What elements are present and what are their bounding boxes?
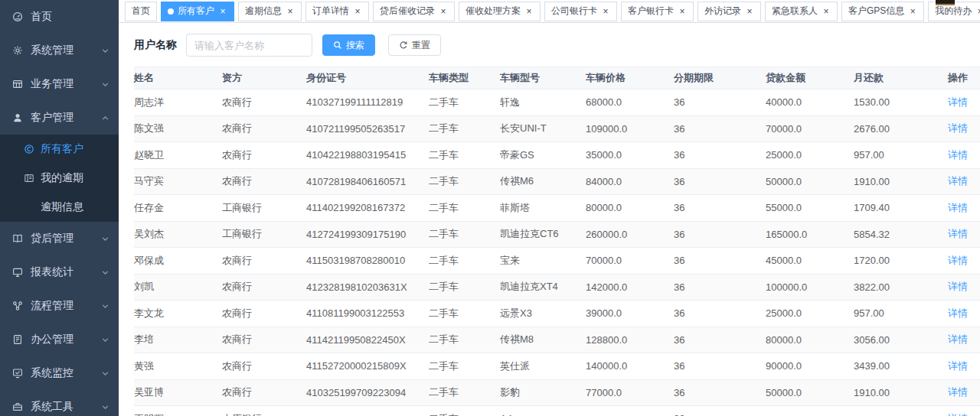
tab-home[interactable]: 首页 — [125, 2, 157, 21]
cell-price: 70000.0 — [586, 255, 674, 266]
tab-all-customers[interactable]: 所有客户× — [161, 2, 234, 21]
sidebar-item-report-statistics[interactable]: 报表统计 — [0, 255, 119, 289]
sidebar-item-label: 业务管理 — [31, 77, 74, 91]
close-icon[interactable]: × — [524, 7, 534, 16]
close-icon[interactable]: × — [286, 7, 295, 16]
tab-customer-bank-card[interactable]: 客户银行卡× — [621, 2, 694, 21]
cell-actions: 详情 — [946, 227, 980, 241]
tab-customer-gps[interactable]: 客户GPS信息× — [841, 2, 924, 21]
cell-loan: 40000.0 — [766, 96, 854, 108]
cell-funder: 农商行 — [222, 254, 306, 268]
cell-id_no: 41142119950822450X — [306, 334, 429, 346]
detail-link[interactable]: 详情 — [948, 281, 968, 292]
tab-visit-records[interactable]: 外访记录× — [697, 2, 761, 21]
detail-link[interactable]: 详情 — [948, 228, 968, 239]
detail-link[interactable]: 详情 — [948, 122, 968, 134]
sidebar-item-home[interactable]: 首页 — [0, 0, 119, 34]
close-icon[interactable]: × — [439, 7, 448, 16]
cell-funder: 农商行 — [222, 307, 306, 320]
cell-monthly: 957.00 — [854, 307, 946, 319]
cell-id_no: 412724199309175190 — [306, 229, 429, 240]
cell-id_no: 41232819810203631X — [306, 281, 429, 293]
tab-label: 客户GPS信息 — [848, 5, 904, 18]
sidebar-item-label: 流程管理 — [31, 299, 74, 313]
cell-price: 80000.0 — [586, 202, 674, 213]
cell-name: 吴亚博 — [134, 385, 222, 399]
cell-term: 36 — [674, 360, 766, 372]
sidebar-item-label: 系统管理 — [31, 44, 74, 57]
close-icon[interactable]: × — [353, 7, 362, 16]
cell-funder: 农商行 — [222, 385, 306, 399]
detail-link[interactable]: 详情 — [948, 175, 968, 187]
cell-price: 260000.0 — [586, 229, 674, 240]
detail-link[interactable]: 详情 — [948, 149, 968, 161]
table-row: 黄强农商行41152720000215809X二手车英仕派140000.0369… — [134, 353, 980, 380]
sidebar-item-office-management[interactable]: 办公管理 — [0, 323, 119, 356]
customers-table: 姓名资方身份证号车辆类型车辆型号车辆价格分期期限贷款金额月还款操作 周志洋农商行… — [119, 67, 980, 416]
cell-funder: 农商行 — [222, 359, 306, 373]
sidebar-item-loan-management[interactable]: 贷后管理 — [0, 222, 119, 255]
detail-link[interactable]: 详情 — [948, 333, 968, 345]
close-icon[interactable]: × — [745, 7, 754, 16]
close-icon[interactable]: × — [822, 7, 831, 16]
cell-actions: 详情 — [946, 333, 980, 346]
detail-link[interactable]: 详情 — [948, 413, 968, 416]
sidebar-item-business-management[interactable]: 业务管理 — [0, 67, 119, 101]
chevron-down-icon — [101, 235, 109, 243]
cell-loan: 25000.0 — [766, 149, 854, 161]
detail-link[interactable]: 详情 — [948, 202, 968, 213]
detail-link[interactable]: 详情 — [948, 255, 968, 266]
sidebar-item-my-overdue[interactable]: 我的逾期 — [0, 164, 119, 193]
cell-name: 赵晓卫 — [134, 148, 222, 162]
close-icon[interactable]: × — [601, 7, 610, 16]
avatar[interactable] — [936, 0, 955, 5]
close-icon[interactable]: × — [678, 7, 687, 16]
cell-vehicle_type: 二手车 — [429, 385, 500, 399]
reset-button[interactable]: 重置 — [388, 34, 441, 56]
cell-funder: 工商银行 — [222, 227, 306, 241]
cell-name: 李文龙 — [134, 307, 222, 320]
tab-collection-records[interactable]: 贷后催收记录× — [373, 2, 455, 21]
sidebar-item-customer-management[interactable]: 客户管理 — [0, 101, 119, 135]
cell-actions: 详情 — [946, 254, 980, 268]
cell-id_no: 411402199208167372 — [306, 202, 429, 213]
tab-order-detail[interactable]: 订单详情× — [305, 2, 369, 21]
sidebar-item-label: 贷后管理 — [31, 232, 74, 245]
sidebar-item-system-monitor[interactable]: 系统监控 — [0, 356, 119, 390]
detail-link[interactable]: 详情 — [948, 386, 968, 398]
detail-link[interactable]: 详情 — [948, 96, 968, 108]
customer-management-submenu: 所有客户我的逾期逾期信息 — [0, 135, 119, 222]
cell-loan: 55000.0 — [766, 202, 854, 213]
sidebar-item-overdue-info[interactable]: 逾期信息 — [0, 193, 119, 222]
cell-model: 宝来 — [500, 254, 586, 268]
table-row: 李文龙农商行411081199003122553二手车远景X339000.036… — [134, 301, 980, 327]
close-icon[interactable]: × — [218, 7, 227, 16]
cell-name: 邓保成 — [134, 254, 222, 268]
sidebar-item-system-tools[interactable]: 系统工具 — [0, 390, 119, 416]
search-button-label: 搜索 — [346, 39, 364, 52]
cell-vehicle_type: 二手车 — [429, 280, 500, 294]
monitor-icon — [12, 267, 23, 278]
tab-emergency-contacts[interactable]: 紧急联系人× — [765, 2, 838, 21]
tab-label: 我的待办 — [935, 5, 972, 18]
column-header: 操作 — [946, 71, 980, 85]
cell-loan: 80000.0 — [766, 334, 854, 346]
close-icon[interactable]: × — [975, 7, 980, 16]
chevron-down-icon — [101, 302, 109, 310]
cell-vehicle_type: 二手车 — [429, 201, 500, 215]
sidebar-item-system-management[interactable]: 系统管理 — [0, 34, 119, 67]
sidebar-item-process-management[interactable]: 流程管理 — [0, 289, 119, 323]
customer-name-input[interactable] — [186, 34, 312, 57]
close-icon[interactable]: × — [908, 7, 917, 16]
detail-link[interactable]: 详情 — [948, 360, 968, 372]
toolbox-icon — [12, 401, 23, 412]
tab-overdue-info[interactable]: 逾期信息× — [238, 2, 302, 21]
search-button[interactable]: 搜索 — [322, 34, 375, 56]
tab-collection-plan[interactable]: 催收处理方案× — [459, 2, 541, 21]
cell-monthly: 3056.00 — [854, 334, 946, 346]
sidebar-item-all-customers[interactable]: 所有客户 — [0, 135, 119, 164]
detail-link[interactable]: 详情 — [948, 307, 968, 319]
tab-company-bank-card[interactable]: 公司银行卡× — [544, 2, 617, 21]
cell-name: 陈文强 — [134, 122, 222, 135]
cell-funder: 农商行 — [222, 333, 306, 346]
